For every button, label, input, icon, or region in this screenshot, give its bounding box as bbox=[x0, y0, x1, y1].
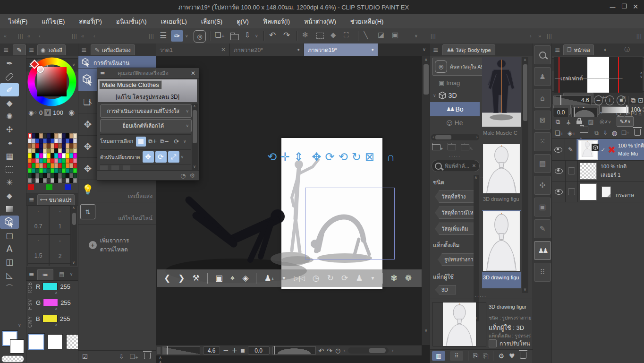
color-swatch[interactable] bbox=[66, 173, 69, 178]
layer-select-checkbox[interactable] bbox=[568, 167, 575, 174]
horizontal-scrollbar[interactable] bbox=[348, 347, 389, 354]
color-swatch[interactable] bbox=[39, 138, 43, 144]
color-swatch[interactable] bbox=[51, 178, 54, 183]
category-figure[interactable]: ♟ bbox=[534, 67, 551, 86]
color-swatch[interactable] bbox=[66, 158, 69, 164]
color-swatch[interactable] bbox=[62, 138, 66, 144]
new-folder-icon[interactable]: + bbox=[432, 143, 443, 152]
material-item-male-muscle[interactable]: Male Muscle C bbox=[482, 57, 521, 143]
color-swatch[interactable] bbox=[69, 143, 73, 148]
color-swatch[interactable] bbox=[73, 133, 77, 138]
brush-tool-icon[interactable]: ✐ bbox=[0, 83, 19, 96]
color-swatch[interactable] bbox=[73, 158, 77, 164]
delete-material-icon[interactable] bbox=[520, 352, 526, 360]
color-swatch[interactable] bbox=[47, 168, 51, 173]
new-folder-icon[interactable]: + bbox=[580, 125, 590, 141]
lock-layer-icon[interactable] bbox=[576, 118, 582, 126]
object-rotate-plane-icon[interactable]: ↻ bbox=[352, 150, 361, 164]
color-swatch[interactable] bbox=[54, 178, 58, 183]
color-swatch[interactable] bbox=[39, 153, 43, 158]
frame-tool-icon[interactable]: ▢ bbox=[0, 229, 19, 242]
color-swatch[interactable] bbox=[54, 163, 58, 168]
menu-layer[interactable]: เลเยอร์(L) bbox=[161, 17, 187, 26]
material-tab[interactable]: ♟♟ วัสดุ: Body type bbox=[442, 44, 495, 55]
show-all-subtools-icon[interactable]: ☑ bbox=[82, 354, 88, 360]
panel-arrow-icon[interactable]: ‹ bbox=[93, 33, 96, 39]
slider-tab-cmy[interactable]: CMY bbox=[27, 316, 33, 328]
color-slider-menu-icon[interactable]: ≡ bbox=[29, 271, 34, 277]
brush-size-cell[interactable]: •1 bbox=[49, 205, 71, 234]
auto-select-tool-icon[interactable]: ✳ bbox=[0, 176, 19, 189]
history-color-blue[interactable] bbox=[65, 184, 71, 190]
color-swatch[interactable] bbox=[54, 143, 58, 148]
color-swatch[interactable] bbox=[39, 148, 43, 154]
filter-tag-body-shape[interactable]: รูปทรงร่างกาย bbox=[438, 253, 477, 266]
color-swatch[interactable] bbox=[32, 163, 35, 168]
clip-studio-icon[interactable]: ◎ bbox=[194, 30, 206, 43]
color-swatch[interactable] bbox=[43, 148, 47, 154]
color-swatch[interactable] bbox=[62, 143, 66, 148]
redo-icon[interactable]: ↷ bbox=[283, 31, 290, 39]
menu-file[interactable]: ไฟล์(F) bbox=[8, 17, 27, 26]
object-settings-wrench-icon[interactable]: ⚒ bbox=[193, 273, 200, 283]
color-swatch[interactable] bbox=[58, 178, 62, 183]
scroll-down-icon[interactable]: ∨ bbox=[72, 261, 75, 265]
slider-tab-hsv[interactable]: HSV bbox=[27, 299, 33, 310]
color-swatch[interactable] bbox=[28, 178, 32, 183]
category-effect[interactable]: ✣ bbox=[534, 176, 551, 195]
rotation-slider[interactable] bbox=[272, 346, 316, 354]
navigator-tab[interactable]: ❐ หน้าจอ bbox=[563, 44, 594, 55]
delete-subtool-icon[interactable] bbox=[144, 353, 151, 361]
layer-row-paper[interactable]: กระดาษ bbox=[552, 182, 644, 202]
color-swatch[interactable] bbox=[58, 133, 62, 138]
color-swatch[interactable] bbox=[47, 133, 51, 138]
panel-collapse-icon[interactable]: « bbox=[81, 33, 85, 39]
scroll-right-icon[interactable]: › bbox=[476, 135, 478, 139]
r-slider[interactable] bbox=[42, 283, 58, 290]
zoom-out-icon[interactable]: − bbox=[223, 347, 229, 354]
category-edit[interactable]: ✎ bbox=[534, 219, 551, 238]
camera-rotate-icon[interactable]: ⟲ bbox=[267, 150, 277, 164]
object-move-icon[interactable]: ✥ bbox=[312, 150, 321, 164]
material-item-drawing-figure-1[interactable]: 3D drawing figu bbox=[482, 144, 521, 208]
color-swatch[interactable] bbox=[35, 153, 39, 158]
color-slider-tab[interactable]: ≔ bbox=[37, 269, 53, 280]
color-swatch[interactable] bbox=[39, 178, 43, 183]
color-swatch[interactable] bbox=[35, 133, 39, 138]
object-snap-icon[interactable]: ⊠ bbox=[365, 150, 374, 164]
dialog-scrollbar[interactable]: ∧ ∨ bbox=[192, 104, 198, 170]
color-swatch[interactable] bbox=[58, 158, 62, 164]
clip-to-layer-icon[interactable]: ⧉ bbox=[556, 119, 560, 125]
drop-to-ground-icon[interactable]: ◈ bbox=[242, 273, 248, 283]
color-swatch[interactable] bbox=[43, 173, 47, 178]
color-swatch[interactable] bbox=[73, 178, 77, 183]
panel-grip-icon[interactable]: ||| bbox=[636, 33, 642, 39]
layer-mask-icon[interactable]: ◍ bbox=[612, 130, 617, 136]
nav-zoom-in-icon[interactable]: + bbox=[605, 95, 614, 105]
g-value[interactable]: 255 bbox=[60, 299, 71, 306]
transfer-layer-icon[interactable]: ⧉ bbox=[594, 130, 599, 136]
handle-rotate-button[interactable]: ⟳ bbox=[155, 151, 167, 163]
filter-tag-3d[interactable]: 3D bbox=[435, 285, 456, 294]
dialog-title-bar[interactable]: ≡ คุณสมบัติของเครื่องมือ — ✕ bbox=[97, 68, 199, 79]
edit-folder-icon[interactable]: ✎ bbox=[461, 143, 473, 152]
color-swatch[interactable] bbox=[39, 168, 43, 173]
color-swatch[interactable] bbox=[54, 168, 58, 173]
object-rotate-icon[interactable]: ⟳ bbox=[325, 150, 334, 164]
color-swatch[interactable] bbox=[62, 153, 66, 158]
border-icon[interactable]: ▣ bbox=[392, 32, 398, 39]
color-swatch[interactable] bbox=[47, 138, 51, 144]
tool-property-dialog[interactable]: ≡ คุณสมบัติของเครื่องมือ — ✕ Male Muscle… bbox=[97, 68, 199, 181]
panel-grip-icon[interactable]: ||| bbox=[547, 33, 552, 39]
color-swatch[interactable] bbox=[28, 163, 32, 168]
camera-angle-icon[interactable]: ▣ bbox=[215, 273, 223, 283]
menu-animation[interactable]: อนิเมชั่น(A) bbox=[116, 17, 147, 26]
chevron-down-icon[interactable]: ∨ bbox=[255, 34, 258, 38]
menu-help[interactable]: ช่วยเหลือ(H) bbox=[350, 17, 384, 26]
color-swatch[interactable] bbox=[54, 158, 58, 164]
menu-edit[interactable]: แก้ไข(E) bbox=[42, 17, 65, 26]
color-swatch[interactable] bbox=[43, 133, 47, 138]
select-mode-cycle-button[interactable]: ⟳ bbox=[171, 137, 181, 147]
brush-size-tab[interactable]: ⟷ ขนาดแปร bbox=[37, 194, 75, 205]
border-half-icon[interactable]: ◪ bbox=[378, 32, 384, 39]
